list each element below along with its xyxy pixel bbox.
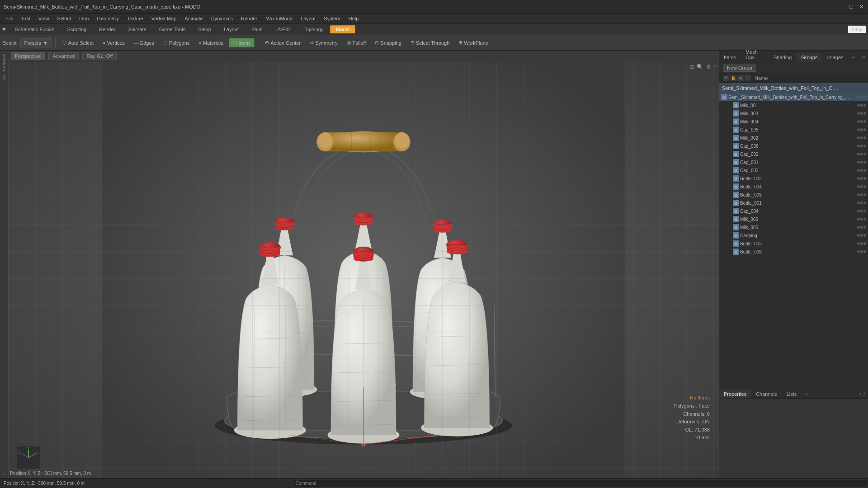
tab-groups[interactable]: Groups: [797, 53, 822, 62]
mode-btn-layout[interactable]: Layout: [218, 25, 245, 33]
list-item[interactable]: ▦Cap_006: [719, 142, 868, 150]
tab-lists[interactable]: Lists: [782, 389, 802, 399]
list-item[interactable]: ▦Bottle_006: [719, 248, 868, 256]
list-item[interactable]: ▦Bottle_004: [719, 183, 868, 191]
mesh-icon: ▦: [733, 232, 739, 239]
add-tab-button[interactable]: +: [849, 53, 859, 62]
tab-images[interactable]: Images: [822, 53, 848, 62]
menu-item-system[interactable]: System: [320, 15, 344, 22]
menu-item-item[interactable]: Item: [75, 15, 92, 22]
menu-item-help[interactable]: Help: [345, 15, 363, 22]
tab-items[interactable]: Items: [719, 53, 741, 62]
list-item[interactable]: ▦Carrying: [719, 231, 868, 239]
viewport-icon-3[interactable]: ⚙: [705, 63, 712, 70]
eye-column-icon[interactable]: 👁: [723, 75, 729, 81]
menu-item-vertex map[interactable]: Vertex Map: [148, 15, 180, 22]
menu-item-layout[interactable]: Layout: [297, 15, 319, 22]
expand-bottom-button[interactable]: ⊼: [863, 392, 866, 398]
menu-item-edit[interactable]: Edit: [18, 15, 34, 22]
tab-channels[interactable]: Channels: [751, 389, 782, 399]
viewport-canvas[interactable]: No Items Polygons : Face Channels: 0 Def…: [8, 61, 719, 478]
list-item[interactable]: ▦Bottle_001: [719, 199, 868, 207]
list-item[interactable]: ▦Cap_001: [719, 158, 868, 166]
sidebar-toggle[interactable]: ○: [2, 471, 5, 476]
tab-mesh-ops[interactable]: Mesh Ops: [741, 47, 769, 62]
collapse-bottom-button[interactable]: ⊻: [858, 392, 862, 398]
list-item[interactable]: ▦Milk_001: [719, 101, 868, 109]
advanced-button[interactable]: Advanced: [48, 52, 79, 60]
minimize-button[interactable]: —: [838, 4, 844, 10]
menu-item-render[interactable]: Render: [237, 15, 261, 22]
vertices-button[interactable]: ● Vertices: [99, 39, 128, 47]
ref-column-icon[interactable]: ⊞: [745, 75, 751, 81]
list-item[interactable]: ▦Cap_002: [719, 150, 868, 158]
only-button[interactable]: Only: [848, 25, 866, 33]
new-group-button[interactable]: New Group: [723, 64, 756, 72]
add-bottom-tab-button[interactable]: +: [802, 389, 811, 399]
mode-btn-schematic-fusion[interactable]: Schematic Fusion: [9, 25, 60, 33]
menu-item-dynamics[interactable]: Dynamics: [208, 15, 236, 22]
falloff-button[interactable]: ◎ Falloff: [343, 38, 370, 47]
edges-button[interactable]: — Edges: [130, 39, 158, 47]
command-input-area[interactable]: Command: [292, 479, 867, 488]
menu-item-file[interactable]: File: [2, 15, 17, 22]
groups-list[interactable]: ▤Semi_Skimmed_Milk_Bottles_with_Foil_Top…: [719, 93, 868, 388]
symmetry-button[interactable]: ⇔ Symmetry: [306, 38, 341, 47]
mode-btn-model[interactable]: Model: [330, 25, 355, 33]
name-column-header: Name: [755, 75, 768, 81]
menu-item-select[interactable]: Select: [53, 15, 75, 22]
items-button[interactable]: ⬡ Items: [229, 38, 255, 47]
sidebar-item-sculpt-presets[interactable]: Sculpt Presets: [1, 52, 7, 82]
list-item[interactable]: ▦Bottle_005: [719, 191, 868, 199]
menu-item-texture[interactable]: Texture: [123, 15, 147, 22]
work-plane-button[interactable]: ⊞ WorkPlane: [455, 38, 492, 47]
mode-btn-scripting[interactable]: Scripting: [61, 25, 92, 33]
tab-shading[interactable]: Shading: [769, 53, 797, 62]
mode-btn-uvedit[interactable]: UVEdit: [269, 25, 297, 33]
viewport-icon-2[interactable]: 🔍: [696, 63, 704, 70]
list-item[interactable]: ▦Bottle_002: [719, 174, 868, 183]
mode-btn-animate[interactable]: Animate: [122, 25, 152, 33]
vis-dot: [860, 193, 863, 196]
ray-gl-button[interactable]: Ray GL: Off: [82, 52, 117, 60]
maximize-button[interactable]: □: [848, 4, 854, 10]
menu-item-animate[interactable]: Animate: [181, 15, 206, 22]
render-column-icon[interactable]: ◉: [737, 75, 744, 81]
list-item[interactable]: ▦Cap_003: [719, 166, 868, 174]
perspective-button[interactable]: Perspective: [11, 52, 45, 60]
mode-btn-setup[interactable]: Setup: [192, 25, 217, 33]
mode-btn-game-tools[interactable]: Game Tools: [153, 25, 192, 33]
list-item[interactable]: ▦Milk_005: [719, 223, 868, 231]
list-item[interactable]: ▦Cap_004: [719, 207, 868, 215]
menu-item-geometry[interactable]: Geometry: [93, 15, 122, 22]
viewport[interactable]: Perspective Advanced Ray GL: Off ⊞ 🔍 ⚙ ≡: [8, 51, 719, 478]
close-button[interactable]: ✕: [858, 4, 864, 10]
viewport-icon-1[interactable]: ⊞: [689, 63, 695, 70]
list-item[interactable]: ▦Milk_006: [719, 215, 868, 223]
grid-overlay: [8, 61, 719, 478]
snapping-button[interactable]: ⊙ Snapping: [371, 38, 405, 47]
mode-btn-paint[interactable]: Paint: [245, 25, 269, 33]
mode-btn-topology[interactable]: Topology: [297, 25, 329, 33]
list-item[interactable]: ▦Bottle_003: [719, 239, 868, 248]
list-item[interactable]: ▦Cap_005: [719, 126, 868, 134]
list-item[interactable]: ▦Milk_003: [719, 109, 868, 117]
list-item[interactable]: ▦Milk_002: [719, 134, 868, 142]
action-center-button[interactable]: ⊕ Action Center: [261, 38, 304, 47]
viewport-icon-4[interactable]: ≡: [713, 63, 718, 70]
lock-column-icon[interactable]: 🔒: [730, 75, 736, 81]
list-item[interactable]: ▦Milk_004: [719, 117, 868, 126]
list-item[interactable]: ▤Semi_Skimmed_Milk_Bottles_with_Foil_Top…: [719, 93, 868, 101]
tab-properties[interactable]: Properties: [719, 389, 751, 399]
menu-item-maxtomodo[interactable]: MaxToModo: [262, 15, 296, 22]
expand-right-panel[interactable]: ⇔: [859, 52, 868, 62]
mode-btn-render[interactable]: Render: [93, 25, 121, 33]
presets-button[interactable]: Presets ▼: [20, 38, 52, 47]
auto-select-button[interactable]: ⬡ Auto Select: [59, 38, 97, 47]
polygons-button[interactable]: ⬡ Polygons: [160, 38, 193, 47]
menu-item-view[interactable]: View: [35, 15, 53, 22]
select-through-button[interactable]: ⊡ Select Through: [407, 38, 453, 47]
materials-button[interactable]: ● Materials: [195, 39, 226, 47]
vis-dot: [857, 104, 860, 107]
groups-panel: New Group 👁 🔒 ◉ ⊞ Name Semi_Skimmed_Milk…: [719, 62, 868, 388]
